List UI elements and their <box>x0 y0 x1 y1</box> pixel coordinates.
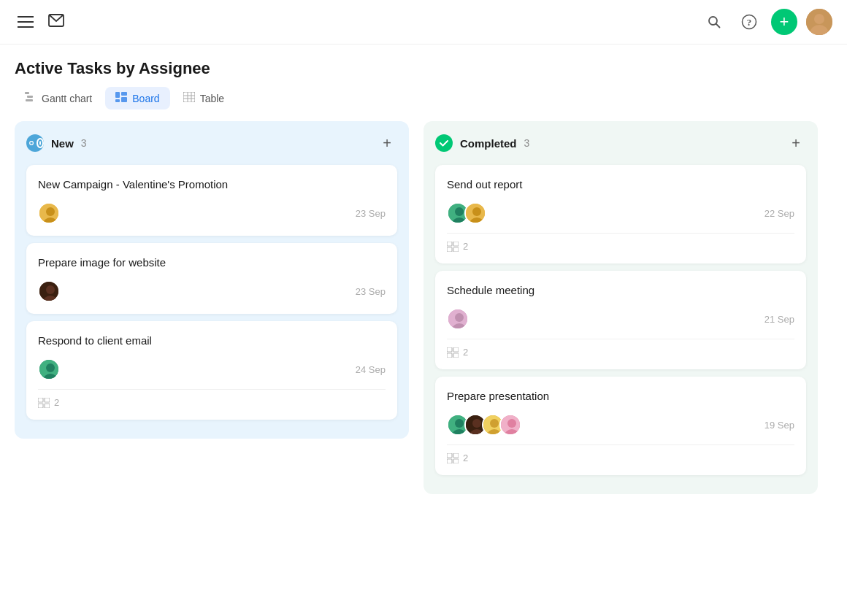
svg-point-58 <box>472 419 481 428</box>
svg-rect-9 <box>27 96 33 98</box>
svg-rect-44 <box>453 242 459 246</box>
card-send-report-title: Send out report <box>447 177 794 192</box>
card-respond-email-subtasks: 2 <box>38 389 386 408</box>
gantt-icon <box>25 92 37 104</box>
completed-column-count: 3 <box>524 137 530 149</box>
card-send-report-subtasks: 2 <box>447 233 794 252</box>
new-column-title: New <box>51 137 74 150</box>
svg-point-22 <box>30 142 33 145</box>
card-send-report-footer: 22 Sep <box>447 202 794 224</box>
svg-rect-34 <box>38 404 43 408</box>
card-send-report[interactable]: Send out report <box>435 165 806 263</box>
tab-board[interactable]: Board <box>105 87 169 109</box>
card-send-report-avatars <box>447 202 486 224</box>
svg-rect-11 <box>115 92 120 98</box>
card-new-campaign-avatars <box>38 202 60 224</box>
avatar <box>499 414 521 436</box>
svg-point-6 <box>814 14 824 24</box>
add-button[interactable]: + <box>771 9 797 35</box>
avatar <box>447 308 469 330</box>
card-prepare-image-title: Prepare image for website <box>38 255 386 270</box>
svg-rect-32 <box>38 398 43 402</box>
subtask-count: 2 <box>463 347 468 358</box>
svg-rect-69 <box>453 459 459 463</box>
svg-rect-33 <box>45 398 50 402</box>
svg-rect-43 <box>447 242 452 246</box>
column-new: New 3 + New Campaign - Valentine's Promo… <box>15 121 409 439</box>
card-new-campaign-title: New Campaign - Valentine's Promotion <box>38 177 386 192</box>
new-column-add-button[interactable]: + <box>377 133 397 153</box>
user-avatar[interactable] <box>806 9 832 35</box>
card-respond-email-avatars <box>38 358 60 380</box>
svg-point-38 <box>455 207 464 216</box>
card-prepare-presentation[interactable]: Prepare presentation <box>435 377 806 475</box>
completed-column-add-button[interactable]: + <box>786 133 806 153</box>
subtask-count: 2 <box>54 397 59 408</box>
card-prepare-image-footer: 23 Sep <box>38 280 386 302</box>
card-schedule-meeting-title: Schedule meeting <box>447 282 794 298</box>
board-icon <box>115 92 127 104</box>
tab-gantt[interactable]: Gantt chart <box>15 87 102 109</box>
column-completed-header: Completed 3 + <box>435 133 806 153</box>
svg-rect-13 <box>121 97 127 102</box>
svg-point-36 <box>437 136 451 150</box>
card-respond-email-footer: 24 Sep <box>38 358 386 380</box>
subtask-count: 2 <box>463 453 468 463</box>
card-new-campaign[interactable]: New Campaign - Valentine's Promotion 23 … <box>26 165 397 236</box>
svg-point-30 <box>46 363 55 372</box>
svg-rect-50 <box>447 347 452 352</box>
svg-rect-35 <box>45 404 50 408</box>
avatar <box>38 280 60 302</box>
svg-text:?: ? <box>747 17 752 28</box>
card-prepare-image[interactable]: Prepare image for website 23 Sep <box>26 243 397 314</box>
search-button[interactable] <box>701 9 727 35</box>
card-send-report-date: 22 Sep <box>764 208 794 219</box>
card-prepare-presentation-footer: 19 Sep <box>447 414 794 436</box>
help-button[interactable]: ? <box>736 9 762 35</box>
svg-rect-10 <box>26 99 33 101</box>
board: New 3 + New Campaign - Valentine's Promo… <box>0 121 847 494</box>
svg-point-61 <box>490 419 499 428</box>
card-prepare-presentation-date: 19 Sep <box>764 420 794 431</box>
subtask-icon <box>447 347 459 358</box>
svg-rect-46 <box>453 247 459 252</box>
svg-point-64 <box>507 419 516 428</box>
card-respond-email-date: 24 Sep <box>356 364 386 375</box>
card-respond-email[interactable]: Respond to client email 24 Sep <box>26 321 397 420</box>
svg-point-48 <box>455 313 464 322</box>
subtask-icon <box>447 242 459 252</box>
column-completed: Completed 3 + Send out report <box>424 121 818 494</box>
card-prepare-presentation-subtasks: 2 <box>447 444 794 463</box>
card-schedule-meeting-subtasks: 2 <box>447 339 794 358</box>
card-prepare-image-date: 23 Sep <box>356 286 386 297</box>
avatar <box>38 202 60 224</box>
svg-rect-51 <box>453 347 459 352</box>
svg-rect-14 <box>115 99 120 102</box>
svg-rect-52 <box>447 353 452 358</box>
column-new-header: New 3 + <box>26 133 397 153</box>
page-title: Active Tasks by Assignee <box>0 45 847 87</box>
svg-rect-8 <box>25 92 29 94</box>
svg-rect-66 <box>447 453 452 458</box>
svg-rect-12 <box>121 92 127 96</box>
menu-icon[interactable] <box>15 13 37 31</box>
svg-point-24 <box>46 207 55 216</box>
avatar <box>38 358 60 380</box>
subtask-icon <box>38 398 50 408</box>
svg-rect-45 <box>447 247 452 252</box>
card-schedule-meeting-date: 21 Sep <box>764 314 794 325</box>
card-schedule-meeting[interactable]: Schedule meeting 21 Sep <box>435 271 806 369</box>
view-tabs: Gantt chart Board Table <box>0 87 847 121</box>
completed-status-icon <box>435 134 453 152</box>
card-prepare-image-avatars <box>38 280 60 302</box>
column-completed-header-left: Completed 3 <box>435 134 529 152</box>
card-new-campaign-date: 23 Sep <box>356 208 386 219</box>
tab-table[interactable]: Table <box>173 87 234 109</box>
column-new-header-left: New 3 <box>26 134 87 152</box>
mail-icon[interactable] <box>48 14 64 31</box>
subtask-icon <box>447 453 459 463</box>
svg-line-2 <box>716 24 720 28</box>
svg-point-55 <box>455 419 464 428</box>
new-status-icon <box>26 134 44 152</box>
card-new-campaign-footer: 23 Sep <box>38 202 386 224</box>
